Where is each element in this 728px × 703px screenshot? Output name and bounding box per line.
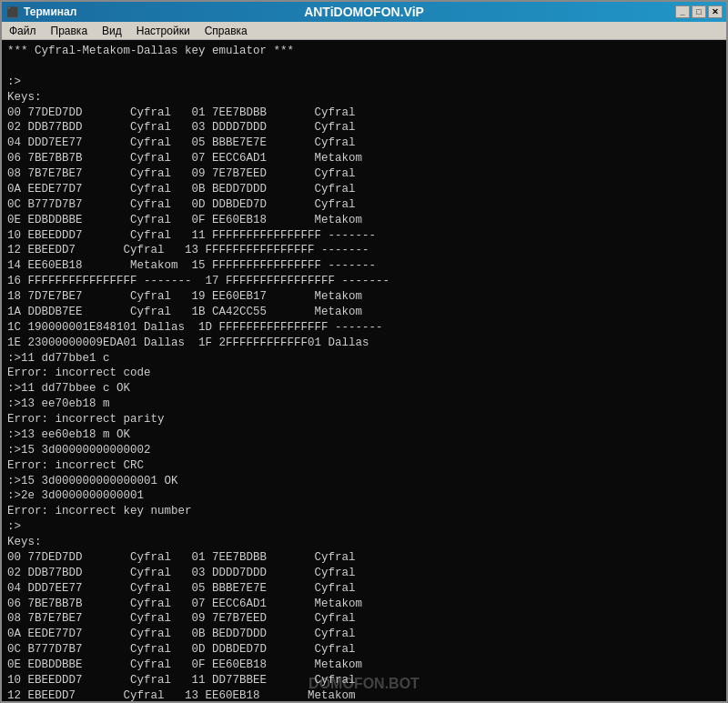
terminal-wrapper: *** Cyfral-Metakom-Dallas key emulator *… <box>2 40 726 701</box>
terminal-output[interactable]: *** Cyfral-Metakom-Dallas key emulator *… <box>2 40 726 701</box>
maximize-button[interactable]: □ <box>692 5 706 18</box>
menu-help[interactable]: Справка <box>201 24 251 38</box>
terminal-icon: ⬛ <box>5 5 20 19</box>
close-button[interactable]: ✕ <box>708 5 723 18</box>
menu-view[interactable]: Вид <box>98 24 126 38</box>
window-controls: _ □ ✕ <box>675 5 723 18</box>
main-window: ⬛ Терминал ANTiDOMOFON.ViP _ □ ✕ Файл Пр… <box>0 0 728 703</box>
title-center: ANTiDOMOFON.ViP <box>304 5 424 19</box>
menu-edit[interactable]: Правка <box>47 24 92 38</box>
title-bar: ⬛ Терминал ANTiDOMOFON.ViP _ □ ✕ <box>2 2 726 22</box>
menu-file[interactable]: Файл <box>5 24 40 38</box>
menu-settings[interactable]: Настройки <box>133 24 194 38</box>
menu-bar: Файл Правка Вид Настройки Справка <box>2 22 726 40</box>
minimize-button[interactable]: _ <box>675 5 690 18</box>
